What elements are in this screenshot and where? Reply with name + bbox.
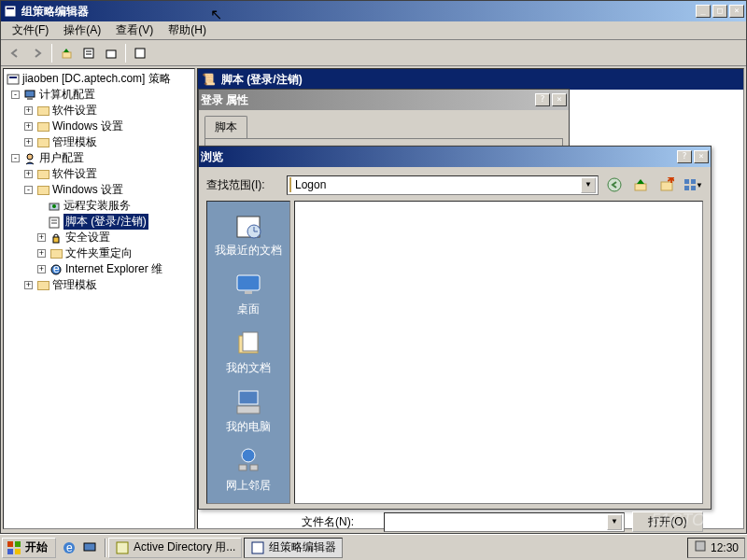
svg-rect-38 xyxy=(245,291,252,294)
app-icon xyxy=(3,4,18,19)
ie-shortcut[interactable]: e xyxy=(60,539,78,557)
menu-action[interactable]: 操作(A) xyxy=(56,21,108,40)
tab-scripts[interactable]: 脚本 xyxy=(204,116,247,138)
close-button[interactable]: × xyxy=(552,93,567,106)
views-button[interactable]: ▼ xyxy=(683,175,703,195)
documents-icon xyxy=(233,329,263,358)
up-button[interactable] xyxy=(56,43,77,63)
tree-item[interactable]: +管理模板 xyxy=(6,277,192,293)
place-desktop[interactable]: 桌面 xyxy=(211,266,286,321)
clock[interactable]: 12:30 xyxy=(711,541,739,554)
back-nav-button[interactable] xyxy=(604,175,625,195)
recent-icon xyxy=(233,211,263,241)
svg-point-43 xyxy=(242,449,255,462)
help-button[interactable]: ? xyxy=(535,93,550,106)
folder-icon xyxy=(37,106,49,116)
collapse-icon[interactable]: - xyxy=(24,186,33,194)
place-mycomputer[interactable]: 我的电脑 xyxy=(211,384,286,439)
help-button[interactable]: ? xyxy=(677,150,692,163)
dropdown-icon[interactable]: ▼ xyxy=(607,514,622,530)
main-title: 组策略编辑器 xyxy=(21,4,694,20)
svg-rect-18 xyxy=(53,237,59,243)
new-folder-button[interactable]: ✱ xyxy=(656,175,677,195)
filename-input[interactable]: ▼ xyxy=(384,512,625,532)
svg-rect-41 xyxy=(239,391,258,404)
expand-icon[interactable]: + xyxy=(37,233,46,242)
props-titlebar[interactable]: 登录 属性 ? × xyxy=(199,90,569,110)
tree-scripts-selected[interactable]: 脚本 (登录/注销) xyxy=(6,214,192,230)
maximize-button[interactable]: □ xyxy=(712,5,727,18)
content-header: 📜 脚本 (登录/注销) xyxy=(198,69,743,90)
dropdown-icon[interactable]: ▼ xyxy=(581,177,596,193)
places-bar: 我最近的文档 桌面 我的文档 我的电脑 网上邻居 xyxy=(206,201,290,504)
svg-rect-9 xyxy=(9,77,17,78)
tray-icon[interactable] xyxy=(694,539,707,555)
menu-help[interactable]: 帮助(H) xyxy=(161,21,214,40)
lookin-combo[interactable]: Logon ▼ xyxy=(287,175,599,195)
task-ad-users[interactable]: Active Directory 用... xyxy=(108,538,242,558)
svg-text:e: e xyxy=(53,263,60,275)
back-button[interactable] xyxy=(5,43,25,63)
tree-root[interactable]: jiaoben [DC.aptech.com] 策略 xyxy=(6,71,192,87)
desktop-shortcut[interactable] xyxy=(80,539,99,557)
tree-item[interactable]: +文件夹重定向 xyxy=(6,245,192,261)
tree-panel[interactable]: jiaoben [DC.aptech.com] 策略 -计算机配置 +软件设置 … xyxy=(3,68,195,529)
open-button[interactable]: 打开(O) xyxy=(632,511,703,532)
forward-button[interactable] xyxy=(27,43,48,63)
expand-icon[interactable]: + xyxy=(24,281,33,289)
svg-rect-48 xyxy=(7,549,13,554)
tree-item[interactable]: 远程安装服务 xyxy=(6,198,192,214)
prop-button[interactable] xyxy=(78,43,99,63)
menu-view[interactable]: 查看(V) xyxy=(108,21,161,40)
tree-computer-config[interactable]: -计算机配置 xyxy=(6,87,192,103)
close-button[interactable]: × xyxy=(729,5,744,18)
menubar: 文件(F) 操作(A) 查看(V) 帮助(H) xyxy=(1,21,746,40)
help-button[interactable] xyxy=(130,43,150,63)
task-gpo-editor[interactable]: 组策略编辑器 xyxy=(244,538,343,558)
tree-item[interactable]: +管理模板 xyxy=(6,134,192,150)
main-titlebar[interactable]: 组策略编辑器 _ □ × xyxy=(1,1,746,21)
place-mydocs[interactable]: 我的文档 xyxy=(211,325,286,380)
tree-item[interactable]: +eInternet Explorer 维 xyxy=(6,261,192,277)
tree-item[interactable]: +Windows 设置 xyxy=(6,119,192,134)
menu-file[interactable]: 文件(F) xyxy=(5,21,56,40)
policy-icon xyxy=(6,73,21,86)
lookin-value: Logon xyxy=(295,178,326,191)
expand-icon[interactable]: + xyxy=(24,106,33,115)
tree-item[interactable]: +软件设置 xyxy=(6,166,192,182)
folder-icon xyxy=(50,249,63,259)
tree-item[interactable]: -Windows 设置 xyxy=(6,182,192,198)
collapse-icon[interactable]: - xyxy=(11,154,20,162)
tree-item[interactable]: +软件设置 xyxy=(6,103,192,119)
expand-icon[interactable]: + xyxy=(37,249,46,258)
network-icon xyxy=(233,446,263,476)
expand-icon[interactable]: + xyxy=(37,265,46,273)
place-recent[interactable]: 我最近的文档 xyxy=(211,207,286,262)
browse-titlebar[interactable]: 浏览 ? × xyxy=(199,147,711,167)
filename-label: 文件名(N): xyxy=(302,514,376,530)
tree-user-config[interactable]: -用户配置 xyxy=(6,150,192,166)
collapse-icon[interactable]: - xyxy=(11,91,20,99)
quick-launch: e xyxy=(60,539,99,557)
folder-icon xyxy=(37,186,49,195)
folder-icon xyxy=(37,138,49,147)
expand-icon[interactable]: + xyxy=(24,138,33,147)
svg-text:e: e xyxy=(66,541,73,554)
place-network[interactable]: 网上邻居 xyxy=(211,442,286,497)
start-button[interactable]: 开始 xyxy=(2,538,56,558)
up-nav-button[interactable] xyxy=(630,175,651,195)
user-icon xyxy=(22,152,37,165)
browse-title: 浏览 xyxy=(201,149,675,165)
svg-text:✱: ✱ xyxy=(667,177,674,186)
browse-dialog: 浏览 ? × 查找范围(I): Logon ▼ ✱ ▼ xyxy=(198,146,712,510)
system-tray[interactable]: 12:30 xyxy=(687,538,745,558)
close-button[interactable]: × xyxy=(694,150,709,163)
svg-rect-26 xyxy=(635,184,646,190)
minimize-button[interactable]: _ xyxy=(696,5,711,18)
export-button[interactable] xyxy=(101,43,121,63)
file-list-area[interactable] xyxy=(294,201,703,504)
folder-icon xyxy=(289,178,291,191)
tree-item[interactable]: +安全设置 xyxy=(6,230,192,245)
expand-icon[interactable]: + xyxy=(24,122,33,131)
expand-icon[interactable]: + xyxy=(24,170,33,178)
